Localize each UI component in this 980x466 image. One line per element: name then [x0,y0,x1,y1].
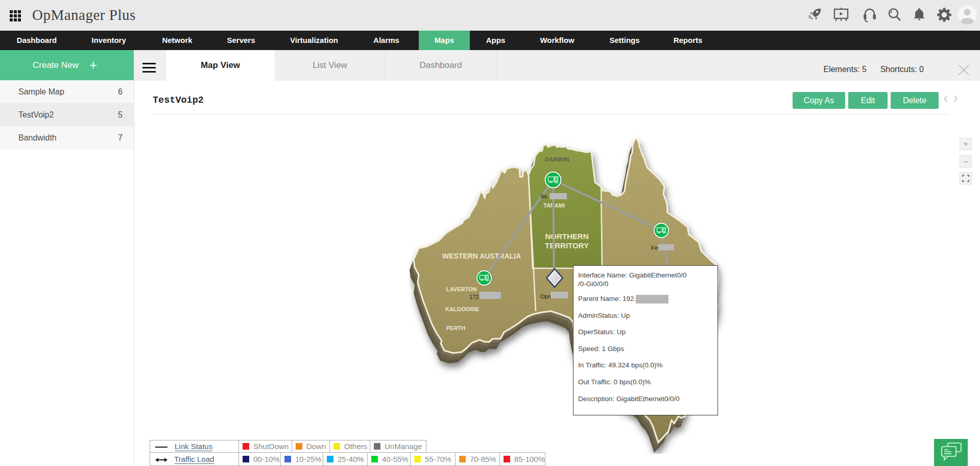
svg-text:PERTH: PERTH [446,325,465,331]
svg-text:DARWIN: DARWIN [545,156,569,162]
svg-text:TERRITORY: TERRITORY [545,241,589,250]
svg-text:172.: 172. [469,294,480,300]
svg-text:KALGOORIE: KALGOORIE [445,306,480,312]
svg-text:LAVERTON: LAVERTON [446,286,477,292]
svg-text:Its-: Its- [541,193,549,199]
svg-text:WESTERN AUSTRALIA: WESTERN AUSTRALIA [442,252,521,260]
svg-text:NORTHERN: NORTHERN [545,232,589,241]
